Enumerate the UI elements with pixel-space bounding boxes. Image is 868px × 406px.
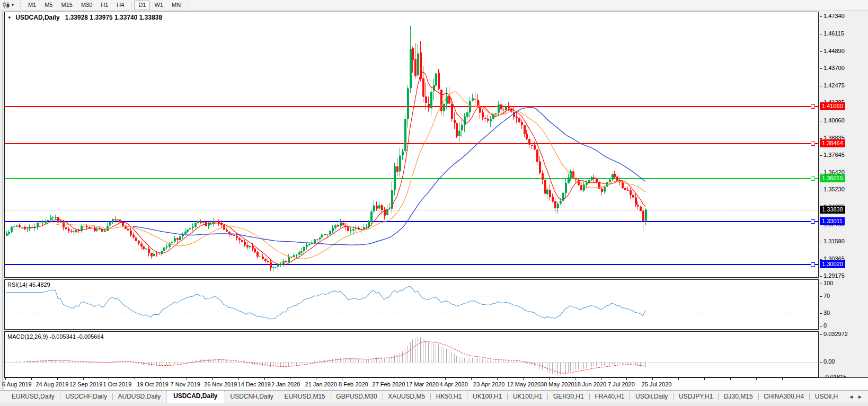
toolbar-separator <box>188 2 188 9</box>
tab-USDCNH-Daily[interactable]: USDCNH,Daily <box>225 391 279 403</box>
time-tick <box>5 378 6 380</box>
date-label: 18 Jun 2020 <box>574 381 607 387</box>
tab-USDJPY-H1[interactable]: USDJPY,H1 <box>674 391 718 403</box>
tab-CHINA300-H4[interactable]: CHINA300,H4 <box>758 391 809 403</box>
window-chrome-line <box>2 11 3 389</box>
time-tick <box>368 378 368 380</box>
time-tick <box>238 378 239 380</box>
tf-button-M1[interactable]: M1 <box>24 1 40 10</box>
tab-DJ30-M15[interactable]: DJ30,M15 <box>719 391 758 403</box>
rsi-label: RSI(14) 45.4829 <box>7 281 50 288</box>
time-tick <box>471 378 472 380</box>
date-label: 12 May 2020 <box>507 381 541 387</box>
date-label: 4 Apr 2020 <box>440 381 468 387</box>
macd-panel: MACD(12,26,9) -0.005341 -0.005664 <box>4 331 819 377</box>
tab-USOil-Daily[interactable]: USOil,Daily <box>630 391 673 403</box>
time-tick <box>161 378 161 380</box>
rsi-tick: 0 <box>819 322 827 329</box>
time-tick <box>316 378 316 380</box>
tab-scroll-right-icon[interactable]: ► <box>857 394 863 400</box>
time-tick <box>497 378 498 380</box>
tab-UK100-H1[interactable]: UK100,H1 <box>467 391 507 403</box>
macd-tick: 0.00 <box>819 358 835 365</box>
rsi-tick: 30 <box>819 310 830 316</box>
price-tick: 1.35230 <box>819 186 845 192</box>
price-chart-panel: ▼ USDCAD,Daily 1.33928 1.33975 1.33740 1… <box>4 12 819 278</box>
tf-button-M30[interactable]: M30 <box>77 1 96 10</box>
rsi-tick: 100 <box>819 280 833 286</box>
time-tick <box>420 378 420 380</box>
tab-AUDUSD-Daily[interactable]: AUDUSD,Daily <box>112 391 166 403</box>
tab-FRA40-H1[interactable]: FRA40,H1 <box>589 391 630 403</box>
time-tick <box>730 378 731 380</box>
tab-scroll-left-icon[interactable]: ◄ <box>848 394 854 400</box>
price-tick: 1.29175 <box>819 272 845 279</box>
timeframe-toolbar: ▼ M1M5M15M30H1H4 D1W1MN <box>0 0 868 11</box>
time-tick <box>109 378 109 380</box>
date-label: 27 Feb 2020 <box>373 381 405 387</box>
chart-ohlc-values: 1.33928 1.33975 1.33740 1.33838 <box>65 14 163 21</box>
date-label: 7 Jul 2020 <box>608 381 635 387</box>
toolbar-separator <box>131 2 131 9</box>
time-tick <box>549 378 550 380</box>
tab-USDCAD-Daily[interactable]: USDCAD,Daily <box>166 391 225 403</box>
chart-symbol: USDCAD,Daily <box>15 14 59 21</box>
macd-name: MACD(12,26,9) <box>7 333 48 340</box>
toolbar-grip[interactable] <box>20 2 21 8</box>
chevron-down-icon: ▼ <box>11 3 15 7</box>
tab-GER30-H1[interactable]: GER30,H1 <box>548 391 589 403</box>
date-label: 24 Aug 2019 <box>36 381 69 387</box>
tf-button-W1[interactable]: W1 <box>150 1 167 10</box>
time-tick <box>394 378 394 380</box>
price-chart-canvas[interactable] <box>5 12 818 277</box>
date-label: 26 Nov 2019 <box>204 381 237 387</box>
time-tick <box>575 378 575 380</box>
tf-button-D1[interactable]: D1 <box>134 1 150 10</box>
tab-HK50-H1[interactable]: HK50,H1 <box>431 391 467 403</box>
time-tick <box>782 378 783 380</box>
price-tick: 1.42475 <box>819 82 845 89</box>
tab-GBPUSD-M30[interactable]: GBPUSD,M30 <box>331 391 382 403</box>
date-label: 30 May 2020 <box>541 381 574 387</box>
rsi-value: 45.4829 <box>29 281 50 288</box>
macd-tick: 0.032972 <box>819 331 848 337</box>
tab-USOil-H[interactable]: USOil,H <box>810 391 843 403</box>
time-tick <box>601 378 601 380</box>
chart-title: ▼ USDCAD,Daily 1.33928 1.33975 1.33740 1… <box>7 14 162 21</box>
time-tick <box>523 378 524 380</box>
price-axis[interactable]: 1.473401.461151.448901.437001.424751.412… <box>819 0 868 389</box>
date-label: 8 Feb 2020 <box>339 381 368 387</box>
time-tick <box>83 378 84 380</box>
date-label: 6 Aug 2019 <box>2 381 32 387</box>
macd-canvas[interactable] <box>5 332 818 377</box>
date-label: 23 Apr 2020 <box>473 381 504 387</box>
time-tick <box>187 378 187 380</box>
tab-UK100-H1[interactable]: UK100,H1 <box>508 391 547 403</box>
status-strip <box>0 403 868 406</box>
price-tick: 1.43700 <box>819 65 845 71</box>
date-label: 7 Nov 2019 <box>171 381 200 387</box>
time-tick <box>626 378 627 380</box>
time-tick <box>290 378 290 380</box>
chart-type-button[interactable]: ▼ <box>2 1 17 10</box>
price-tick: 1.46115 <box>819 30 844 37</box>
time-axis[interactable]: 6 Aug 201924 Aug 201912 Sep 20191 Oct 20… <box>4 377 868 390</box>
time-tick <box>135 378 135 380</box>
time-tick <box>342 378 342 380</box>
chart-tab-bar: EURUSD,DailyUSDCHF,DailyAUDUSD,DailyUSDC… <box>0 390 868 403</box>
tab-USDCHF-Daily[interactable]: USDCHF,Daily <box>60 391 112 403</box>
tab-XAUUSD-M5[interactable]: XAUUSD,M5 <box>383 391 430 403</box>
date-label: 2 Jan 2020 <box>271 381 300 387</box>
symbol-expand-icon[interactable]: ▼ <box>7 15 12 20</box>
tf-button-MN[interactable]: MN <box>167 1 185 10</box>
tf-button-H4[interactable]: H4 <box>112 1 128 10</box>
tab-EURUSD-Daily[interactable]: EURUSD,Daily <box>6 391 60 403</box>
rsi-canvas[interactable] <box>5 280 818 329</box>
rsi-panel: RSI(14) 45.4829 <box>4 279 819 330</box>
price-tick: 1.44890 <box>819 48 845 54</box>
price-line-flag: 1.33011 <box>820 217 845 225</box>
tf-button-H1[interactable]: H1 <box>96 1 112 10</box>
tf-button-M5[interactable]: M5 <box>40 1 57 10</box>
tf-button-M15[interactable]: M15 <box>57 1 76 10</box>
tab-EURUSD-M15[interactable]: EURUSD,M15 <box>279 391 330 403</box>
